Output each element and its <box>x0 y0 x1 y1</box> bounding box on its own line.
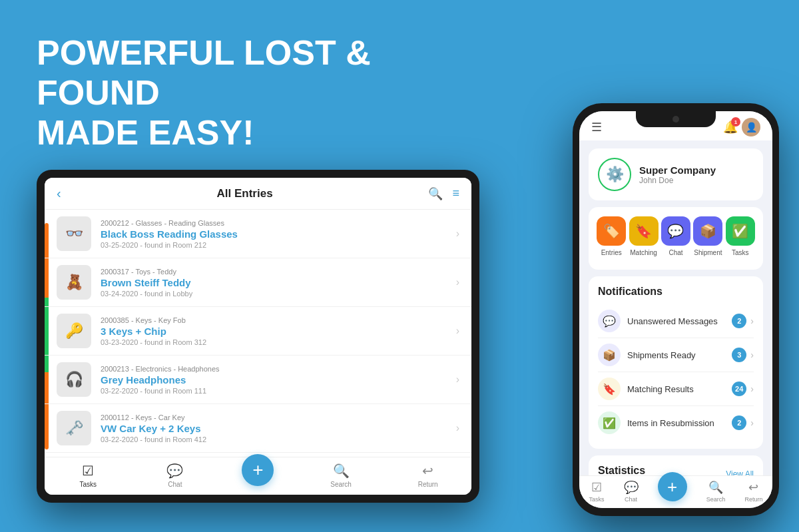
filter-icon[interactable]: ≡ <box>452 186 459 200</box>
nav-icon: 🔍 <box>708 480 723 495</box>
notification-item[interactable]: 💬 Unanswered Messages 2 › <box>598 304 754 338</box>
qa-icon: 📦 <box>693 216 722 246</box>
notifications-section: Notifications 💬 Unanswered Messages 2 › … <box>589 276 763 449</box>
qa-icon: 🏷️ <box>597 216 626 246</box>
item-avatar: 🎧 <box>57 362 91 397</box>
notif-icon: 🔖 <box>598 378 621 400</box>
hamburger-icon[interactable]: ☰ <box>591 120 602 134</box>
headline: POWERFUL LOST & FOUND MADE EASY! <box>37 33 423 152</box>
notification-item[interactable]: ✅ Items in Resubmission 2 › <box>598 406 754 439</box>
company-logo: ⚙️ <box>598 158 631 191</box>
nav-icon: 💬 <box>166 463 183 479</box>
item-meta: 2000112 - Keys - Car Key <box>101 413 451 421</box>
tablet-list-item[interactable]: 🎧 2000213 - Electronics - Headphones Gre… <box>45 356 471 404</box>
tablet-nav-tasks[interactable]: ☑ Tasks <box>68 463 108 488</box>
notif-count: 3 <box>732 348 746 362</box>
avatar[interactable]: 👤 <box>742 118 760 136</box>
notification-bell[interactable]: 🔔 1 <box>723 120 738 134</box>
qa-icon: 🔖 <box>629 216 659 246</box>
back-icon[interactable]: ‹ <box>57 186 61 201</box>
item-avatar: 👓 <box>57 216 91 251</box>
tablet-fab-button[interactable]: + <box>242 454 274 486</box>
phone-nav-return[interactable]: ↩ Return <box>744 480 762 503</box>
item-meta: 2000317 - Toys - Teddy <box>101 268 451 276</box>
chevron-right-icon: › <box>750 316 754 326</box>
item-content: 2000112 - Keys - Car Key VW Car Key + 2 … <box>101 413 451 443</box>
item-date: 03-23-2020 - found in Room 312 <box>101 338 451 346</box>
phone-nav-search[interactable]: 🔍 Search <box>706 480 726 503</box>
item-content: 2000385 - Keys - Key Fob 3 Keys + Chip 0… <box>101 316 451 346</box>
notification-item[interactable]: 📦 Shipments Ready 3 › <box>598 338 754 372</box>
company-card: ⚙️ Super Company John Doe <box>589 148 763 200</box>
tablet-nav-search[interactable]: 🔍 Search <box>321 463 361 488</box>
notif-count: 2 <box>732 415 746 430</box>
quick-actions: 🏷️ Entries 🔖 Matching 💬 Chat 📦 Shipment … <box>589 207 763 270</box>
tablet-list-item[interactable]: 🧸 2000317 - Toys - Teddy Brown Steiff Te… <box>45 258 471 307</box>
tablet-list-item[interactable]: 🔑 2000385 - Keys - Key Fob 3 Keys + Chip… <box>45 307 471 356</box>
qa-label: Chat <box>668 249 682 256</box>
tablet-list-item[interactable]: 👓 2000212 - Glasses - Reading Glasses Bl… <box>45 210 471 258</box>
nav-label: Return <box>418 481 438 488</box>
tablet-list-item[interactable]: 🗝️ 2000112 - Keys - Car Key VW Car Key +… <box>45 404 471 453</box>
tablet-nav: ☑ Tasks 💬 Chat + 🔍 Search ↩ Return <box>45 457 471 495</box>
tablet-nav-chat[interactable]: 💬 Chat <box>155 463 195 488</box>
item-date: 03-24-2020 - found in Lobby <box>101 290 451 298</box>
item-meta: 2000385 - Keys - Key Fob <box>101 316 451 324</box>
nav-icon: ↩ <box>422 463 433 479</box>
nav-label: Tasks <box>589 496 605 503</box>
notification-item[interactable]: 🔖 Matching Results 24 › <box>598 372 754 406</box>
item-date: 03-25-2020 - found in Room 212 <box>101 241 451 249</box>
nav-label: Search <box>706 496 726 503</box>
phone-notch <box>636 111 716 127</box>
chevron-right-icon: › <box>456 422 459 434</box>
qa-btn-tasks[interactable]: ✅ Tasks <box>726 216 755 256</box>
qa-label: Entries <box>601 249 622 256</box>
company-info: Super Company John Doe <box>639 164 716 185</box>
item-content: 2000213 - Electronics - Headphones Grey … <box>101 365 451 395</box>
qa-label: Tasks <box>732 249 749 256</box>
notif-label: Shipments Ready <box>627 350 732 360</box>
headline-line1: POWERFUL LOST & FOUND <box>37 33 423 113</box>
notif-icon: 📦 <box>598 344 621 366</box>
tablet-device: ‹ All Entries 🔍 ≡ 👓 2000212 - Glasses - … <box>37 170 479 503</box>
statistics-title: Statistics <box>598 465 645 475</box>
nav-icon: 🔍 <box>333 463 350 479</box>
item-avatar: 🧸 <box>57 265 91 300</box>
tablet-header: ‹ All Entries 🔍 ≡ <box>45 178 471 210</box>
item-title: Brown Steiff Teddy <box>101 277 451 288</box>
headline-line2: MADE EASY! <box>37 113 423 153</box>
chevron-right-icon: › <box>456 374 459 386</box>
phone-nav-chat[interactable]: 💬 Chat <box>624 480 639 503</box>
notifications-title: Notifications <box>598 286 754 298</box>
item-title: VW Car Key + 2 Keys <box>101 423 451 434</box>
chevron-right-icon: › <box>456 276 459 288</box>
notifications-list: 💬 Unanswered Messages 2 › 📦 Shipments Re… <box>598 304 754 439</box>
qa-btn-entries[interactable]: 🏷️ Entries <box>597 216 626 256</box>
qa-btn-shipment[interactable]: 📦 Shipment <box>693 216 722 256</box>
item-content: 2000212 - Glasses - Reading Glasses Blac… <box>101 219 451 249</box>
phone-fab-button[interactable]: + <box>658 472 687 501</box>
phone-nav: ☑ Tasks 💬 Chat + 🔍 Search ↩ Return <box>579 475 772 508</box>
chevron-right-icon: › <box>456 325 459 337</box>
item-date: 03-22-2020 - found in Room 111 <box>101 387 451 395</box>
tablet-nav-return[interactable]: ↩ Return <box>408 463 448 488</box>
tablet-screen: ‹ All Entries 🔍 ≡ 👓 2000212 - Glasses - … <box>45 178 471 495</box>
item-title: Grey Headphones <box>101 374 451 386</box>
item-title: Black Boss Reading Glasses <box>101 228 451 240</box>
status-icons: 🔔 1 👤 <box>723 118 760 136</box>
search-icon[interactable]: 🔍 <box>428 186 443 201</box>
item-date: 03-22-2020 - found in Room 412 <box>101 435 451 443</box>
company-user: John Doe <box>639 176 716 185</box>
qa-label: Shipment <box>694 249 722 256</box>
quick-actions-row: 🏷️ Entries 🔖 Matching 💬 Chat 📦 Shipment … <box>595 216 756 256</box>
nav-label: Tasks <box>80 481 97 488</box>
notif-count: 2 <box>732 314 746 328</box>
phone-screen: ☰ 🔔 1 👤 ⚙️ Super Company John Doe <box>579 111 772 508</box>
phone-nav-tasks[interactable]: ☑ Tasks <box>589 480 605 503</box>
qa-btn-matching[interactable]: 🔖 Matching <box>629 216 659 256</box>
chevron-right-icon: › <box>750 417 754 428</box>
nav-label: Chat <box>625 496 637 503</box>
notif-label: Matching Results <box>627 384 732 394</box>
qa-btn-chat[interactable]: 💬 Chat <box>661 216 690 256</box>
view-all-link[interactable]: View All <box>726 469 754 475</box>
